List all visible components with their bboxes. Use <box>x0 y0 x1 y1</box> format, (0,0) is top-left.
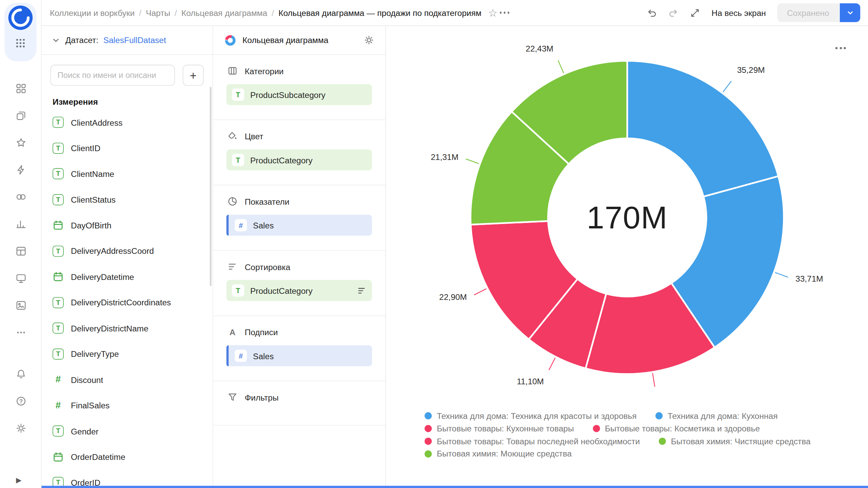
string-type-icon: T <box>232 154 244 166</box>
field-item-OrderID[interactable]: TOrderID <box>41 470 212 488</box>
field-item-DeliveryDistrictName[interactable]: TDeliveryDistrictName <box>41 316 212 341</box>
field-item-ClientID[interactable]: TClientID <box>41 135 212 161</box>
field-name: ClientName <box>71 169 114 179</box>
field-item-DayOfBirth[interactable]: DayOfBirth <box>41 212 212 238</box>
fullscreen-label[interactable]: На весь экран <box>712 8 766 18</box>
fields-scrollbar[interactable] <box>210 87 212 286</box>
config-section-2: Показатели#Sales <box>213 185 386 251</box>
field-item-OrderDatetime[interactable]: OrderDatetime <box>41 444 212 470</box>
legend-item-5[interactable]: Бытовая химия: Чистящие средства <box>659 437 811 446</box>
legend-item-6[interactable]: Бытовая химия: Моющие средства <box>425 449 572 458</box>
field-chip-ProductSubcategory[interactable]: TProductSubcategory <box>226 84 372 105</box>
field-chip-ProductCategory[interactable]: TProductCategory <box>226 280 372 301</box>
field-item-ClientStatus[interactable]: TClientStatus <box>41 187 212 212</box>
breadcrumb-item[interactable]: Чарты <box>146 8 170 18</box>
fullscreen-icon[interactable] <box>690 7 701 18</box>
settings-gear-icon[interactable] <box>15 423 26 434</box>
field-chip-Sales[interactable]: #Sales <box>226 345 372 366</box>
string-type-icon: T <box>53 297 64 308</box>
config-section-4: AПодписи#Sales <box>213 316 386 381</box>
search-input[interactable] <box>51 65 175 86</box>
legend-item-4[interactable]: Бытовые товары: Товары последней необход… <box>425 437 640 446</box>
apps-grid-icon[interactable] <box>15 38 26 49</box>
more-items-icon[interactable] <box>15 327 26 338</box>
config-section-3: СортировкаTProductCategory <box>213 251 386 316</box>
title-more-icon[interactable] <box>497 9 512 16</box>
legend-item-0[interactable]: Техника для дома: Техника для красоты и … <box>425 412 636 421</box>
donut-chart-type-icon[interactable] <box>224 34 236 46</box>
date-type-icon <box>53 271 64 282</box>
favorites-star-icon[interactable] <box>15 137 26 148</box>
legend-dot-icon <box>425 425 432 432</box>
help-icon[interactable]: ? <box>15 395 26 407</box>
chart-canvas: 35,29M33,71M23,28M11,10M22,90M21,31M22,4… <box>386 26 868 488</box>
topbar-actions: На весь экран Сохранено <box>647 3 861 22</box>
number-type-icon: # <box>53 400 64 411</box>
legend-dot-icon <box>593 425 600 432</box>
gallery-icon[interactable] <box>15 300 26 311</box>
favorite-star-icon[interactable]: ☆ <box>488 7 497 18</box>
field-item-DeliveryDatetime[interactable]: DeliveryDatetime <box>41 264 212 290</box>
legend-item-3[interactable]: Бытовые товары: Косметика и здоровье <box>593 424 760 433</box>
legend-item-1[interactable]: Техника для дома: Кухонная <box>655 412 777 421</box>
chart-config-panel: Кольцевая диаграмма КатегорииTProductSub… <box>213 26 386 488</box>
field-name: Gender <box>71 426 99 436</box>
collections-icon[interactable] <box>15 110 26 121</box>
date-type-icon <box>53 451 64 463</box>
sort-order-icon[interactable] <box>357 286 367 295</box>
monitoring-icon[interactable] <box>15 273 26 284</box>
field-item-ClientAddress[interactable]: TClientAddress <box>41 109 212 135</box>
chip-label: Sales <box>253 221 274 230</box>
undo-icon[interactable] <box>647 7 657 18</box>
donut-chart[interactable]: 35,29M33,71M23,28M11,10M22,90M21,31M22,4… <box>386 26 868 391</box>
add-field-button[interactable]: + <box>183 65 204 86</box>
redo-icon[interactable] <box>668 7 679 18</box>
field-name: DeliveryType <box>71 349 119 359</box>
field-item-DeliveryType[interactable]: TDeliveryType <box>41 341 212 367</box>
field-item-DeliveryAddressCoord[interactable]: TDeliveryAddressCoord <box>41 238 212 264</box>
field-chip-Sales[interactable]: #Sales <box>226 215 372 236</box>
logo-pill <box>4 3 37 61</box>
field-name: DeliveryDatetime <box>71 272 134 282</box>
bottom-scrollbar[interactable] <box>41 486 868 488</box>
chart-settings-gear-icon[interactable] <box>364 35 374 45</box>
expand-rail-icon[interactable]: ▶ <box>16 476 21 484</box>
breadcrumb-item[interactable]: Коллекции и воркбуки <box>50 8 135 18</box>
charts-icon[interactable] <box>15 219 26 230</box>
section-label: Фильтры <box>245 392 279 402</box>
save-menu-button[interactable] <box>840 3 860 22</box>
breadcrumb-separator: / <box>272 8 274 18</box>
label-leader-line <box>723 81 731 92</box>
field-name: OrderDatetime <box>71 452 125 462</box>
notifications-bell-icon[interactable] <box>15 368 26 380</box>
string-type-icon: T <box>232 88 244 101</box>
chart-type-header: Кольцевая диаграмма <box>213 26 386 55</box>
field-item-Gender[interactable]: TGender <box>41 418 212 444</box>
legend-dot-icon <box>659 438 666 445</box>
field-chip-ProductCategory[interactable]: TProductCategory <box>226 149 372 170</box>
legend-label: Бытовая химия: Чистящие средства <box>671 437 811 446</box>
legend-item-2[interactable]: Бытовые товары: Кухонные товары <box>425 424 574 433</box>
breadcrumb-item[interactable]: Кольцевая диаграмма <box>181 8 267 18</box>
datalens-logo-icon[interactable] <box>8 5 33 30</box>
slice-value-label: 35,29M <box>737 65 765 75</box>
relations-rings-icon[interactable] <box>15 191 26 203</box>
dataset-search-row: + <box>51 65 204 86</box>
dataset-collapse-chevron-icon[interactable] <box>52 36 60 44</box>
dataset-panel: Датасет: SalesFullDataset + Измерения TC… <box>41 26 213 488</box>
field-item-ClientName[interactable]: TClientName <box>41 161 212 187</box>
field-item-FinalSales[interactable]: #FinalSales <box>41 392 212 418</box>
chip-label: Sales <box>253 351 274 361</box>
datasets-table-icon[interactable] <box>15 246 26 257</box>
legend-dot-icon <box>655 412 663 420</box>
field-item-Discount[interactable]: #Discount <box>41 367 212 392</box>
donut-slice-0[interactable] <box>627 61 778 197</box>
saved-button[interactable]: Сохранено <box>777 3 840 22</box>
dataset-link[interactable]: SalesFullDataset <box>103 35 166 45</box>
field-list: TClientAddressTClientIDTClientNameTClien… <box>41 109 212 488</box>
lightning-icon[interactable] <box>15 164 26 176</box>
field-item-DeliveryDistrictCoordinates[interactable]: TDeliveryDistrictCoordinates <box>41 290 212 316</box>
dashboards-icon[interactable] <box>15 83 26 94</box>
dataset-header: Датасет: SalesFullDataset <box>41 26 212 55</box>
chip-label: ProductCategory <box>250 155 313 165</box>
